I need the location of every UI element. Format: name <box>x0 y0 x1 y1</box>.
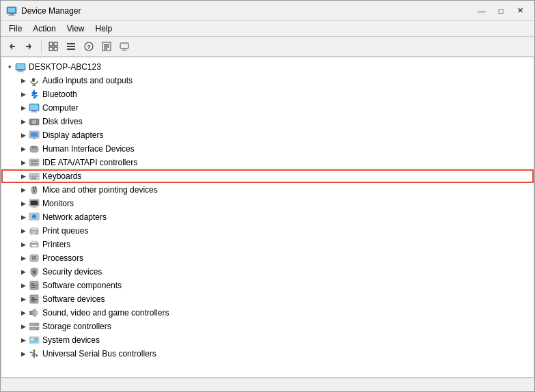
close-button[interactable]: ✕ <box>511 4 529 18</box>
menu-action[interactable]: Action <box>27 21 61 36</box>
svg-rect-91 <box>31 283 34 285</box>
svg-point-113 <box>30 352 31 353</box>
svg-rect-23 <box>122 50 127 51</box>
menu-view[interactable]: View <box>61 21 90 36</box>
menu-file[interactable]: File <box>3 21 27 36</box>
storage-label: Storage controllers <box>42 322 111 331</box>
print-queues-expander[interactable]: ▶ <box>18 224 29 238</box>
usb-expander[interactable]: ▶ <box>18 347 29 361</box>
mice-label: Mice and other pointing devices <box>42 185 158 195</box>
tree-root[interactable]: ▾ DESKTOP-ABC123 <box>1 60 534 74</box>
svg-marker-110 <box>33 350 36 352</box>
hid-label: Human Interface Devices <box>42 144 135 154</box>
tree-item-printers[interactable]: ▶ Printers <box>1 238 534 251</box>
computer-expander[interactable]: ▶ <box>18 101 29 115</box>
svg-point-62 <box>33 191 35 192</box>
processors-expander[interactable]: ▶ <box>18 251 29 265</box>
monitors-expander[interactable]: ▶ <box>18 197 29 210</box>
tree-item-software-devices[interactable]: ▶ Software devices <box>1 292 534 306</box>
svg-rect-11 <box>54 47 57 51</box>
software-components-icon <box>29 280 40 291</box>
tree-item-sound[interactable]: ▶ Sound, video and game controllers <box>1 306 534 320</box>
svg-rect-32 <box>30 104 38 110</box>
svg-rect-42 <box>32 146 33 149</box>
details-button[interactable] <box>98 38 115 55</box>
toolbar: ? <box>1 36 534 57</box>
svg-rect-50 <box>32 175 33 176</box>
svg-rect-93 <box>31 287 36 288</box>
tree-item-audio[interactable]: ▶ Audio inputs and outputs <box>1 74 534 87</box>
app-icon <box>6 5 17 16</box>
tree-item-hid[interactable]: ▶ Human Interface Devices <box>1 142 534 156</box>
tree-item-keyboards[interactable]: ▶ Keyboards <box>1 169 534 183</box>
tree-item-display[interactable]: ▶ Display adapters <box>1 128 534 142</box>
root-expander[interactable]: ▾ <box>4 60 15 74</box>
tree-item-disk[interactable]: ▶ Disk drives <box>1 115 534 128</box>
svg-rect-97 <box>31 300 36 302</box>
software-devices-expander[interactable]: ▶ <box>18 292 29 306</box>
network-expander[interactable]: ▶ <box>18 210 29 224</box>
tree-item-security[interactable]: ▶ Security devices <box>1 265 534 279</box>
back-button[interactable] <box>3 38 20 55</box>
minimize-button[interactable]: — <box>473 4 491 18</box>
menu-help[interactable]: Help <box>90 21 118 36</box>
disk-label: Disk drives <box>42 117 83 126</box>
help-button[interactable]: ? <box>81 38 97 55</box>
svg-rect-96 <box>31 299 37 300</box>
svg-rect-28 <box>32 78 35 82</box>
list-button[interactable] <box>63 38 79 55</box>
svg-rect-5 <box>12 46 15 47</box>
ide-expander[interactable]: ▶ <box>18 156 29 169</box>
svg-rect-22 <box>122 48 126 50</box>
content-area[interactable]: ▾ DESKTOP-ABC123 ▶ <box>1 57 534 378</box>
svg-rect-40 <box>33 138 36 139</box>
software-devices-icon <box>29 294 40 305</box>
software-components-expander[interactable]: ▶ <box>18 279 29 292</box>
software-devices-label: Software devices <box>42 294 105 304</box>
printers-expander[interactable]: ▶ <box>18 238 29 251</box>
disk-expander[interactable]: ▶ <box>18 115 29 128</box>
svg-rect-73 <box>31 227 37 230</box>
tree-item-ide[interactable]: ▶ IDE ATA/ATAPI controllers <box>1 156 534 169</box>
title-bar-left: Device Manager <box>6 5 81 16</box>
maximize-button[interactable]: □ <box>492 4 510 18</box>
tree-item-computer[interactable]: ▶ Computer <box>1 101 534 115</box>
root-label: DESKTOP-ABC123 <box>29 62 101 72</box>
tree-item-storage[interactable]: ▶ Storage controllers <box>1 320 534 333</box>
keyboards-expander[interactable]: ▶ <box>18 169 29 183</box>
sound-expander[interactable]: ▶ <box>18 306 29 320</box>
svg-point-102 <box>36 324 38 325</box>
audio-expander[interactable]: ▶ <box>18 74 29 87</box>
security-expander[interactable]: ▶ <box>18 265 29 279</box>
tree-item-mice[interactable]: ▶ Mice and other pointing devices <box>1 183 534 197</box>
forward-button[interactable] <box>21 38 38 55</box>
title-bar: Device Manager — □ ✕ <box>1 1 534 21</box>
tree-item-bluetooth[interactable]: ▶ Bluetooth <box>1 87 534 101</box>
hid-icon <box>29 143 40 154</box>
bluetooth-expander[interactable]: ▶ <box>18 87 29 101</box>
tree-item-network[interactable]: ▶ Network adapters <box>1 210 534 224</box>
svg-rect-25 <box>16 64 25 69</box>
tree-item-processors[interactable]: ▶ Processors <box>1 251 534 265</box>
mice-icon <box>29 184 40 195</box>
bluetooth-label: Bluetooth <box>42 89 77 99</box>
tree-item-system[interactable]: ▶ System devices <box>1 333 534 347</box>
ide-label: IDE ATA/ATAPI controllers <box>42 158 137 167</box>
svg-rect-64 <box>31 201 38 206</box>
tree-item-print-queues[interactable]: ▶ Print queues <box>1 224 534 238</box>
bluetooth-icon <box>29 89 40 100</box>
tree-container: ▾ DESKTOP-ABC123 ▶ <box>1 57 534 363</box>
system-expander[interactable]: ▶ <box>18 333 29 347</box>
svg-rect-49 <box>30 175 31 176</box>
tree-item-usb[interactable]: ▶ Universal Serial Bus controllers <box>1 347 534 361</box>
storage-expander[interactable]: ▶ <box>18 320 29 333</box>
tree-item-monitors[interactable]: ▶ Monitors <box>1 197 534 210</box>
svg-rect-65 <box>33 206 36 208</box>
show-grid-button[interactable] <box>45 38 61 55</box>
hid-expander[interactable]: ▶ <box>18 142 29 156</box>
mice-expander[interactable]: ▶ <box>18 183 29 197</box>
tree-item-software-components[interactable]: ▶ Software components <box>1 279 534 292</box>
display-expander[interactable]: ▶ <box>18 128 29 142</box>
keyboards-label: Keyboards <box>42 171 81 181</box>
monitor-button[interactable] <box>116 38 133 55</box>
